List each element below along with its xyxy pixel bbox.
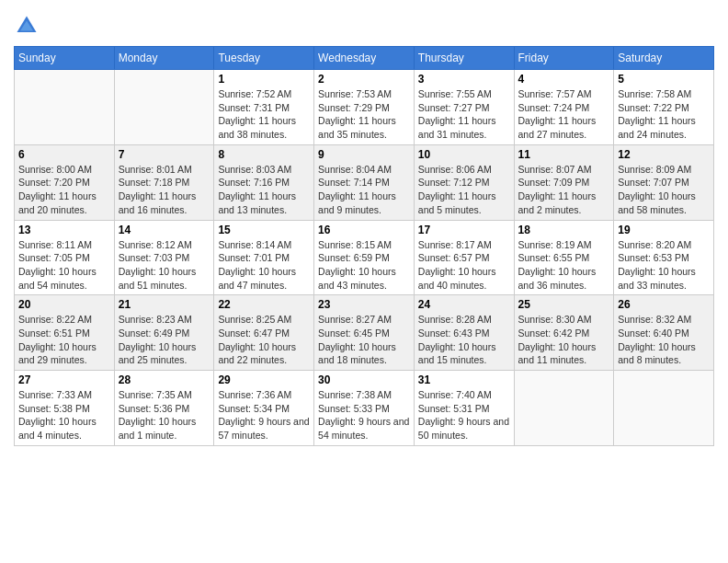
day-number: 17 — [418, 224, 510, 236]
calendar-cell — [15, 70, 115, 145]
day-number: 12 — [618, 148, 710, 161]
weekday-header-monday: Monday — [114, 47, 214, 70]
day-number: 14 — [119, 224, 210, 236]
day-info: Sunrise: 7:35 AMSunset: 5:36 PMDaylight:… — [119, 388, 210, 442]
logo — [14, 13, 43, 39]
day-number: 16 — [318, 224, 410, 236]
day-number: 21 — [119, 298, 210, 311]
day-number: 20 — [18, 298, 110, 311]
week-row-4: 20Sunrise: 8:22 AMSunset: 6:51 PMDayligh… — [15, 295, 714, 371]
calendar-cell: 14Sunrise: 8:12 AMSunset: 7:03 PMDayligh… — [114, 220, 214, 295]
day-number: 30 — [318, 373, 410, 386]
calendar-cell: 5Sunrise: 7:58 AMSunset: 7:22 PMDaylight… — [614, 70, 714, 145]
day-info: Sunrise: 8:01 AMSunset: 7:18 PMDaylight:… — [119, 163, 210, 217]
weekday-header-row: SundayMondayTuesdayWednesdayThursdayFrid… — [15, 47, 714, 70]
day-info: Sunrise: 8:30 AMSunset: 6:42 PMDaylight:… — [518, 313, 610, 367]
weekday-header-friday: Friday — [514, 47, 614, 70]
day-number: 1 — [218, 73, 310, 86]
calendar-cell: 20Sunrise: 8:22 AMSunset: 6:51 PMDayligh… — [15, 295, 115, 371]
weekday-header-thursday: Thursday — [414, 47, 514, 70]
calendar-cell: 26Sunrise: 8:32 AMSunset: 6:40 PMDayligh… — [614, 295, 714, 371]
day-info: Sunrise: 7:40 AMSunset: 5:31 PMDaylight:… — [418, 388, 510, 442]
day-number: 24 — [418, 298, 510, 311]
day-number: 28 — [119, 373, 210, 386]
calendar-cell: 6Sunrise: 8:00 AMSunset: 7:20 PMDaylight… — [15, 144, 115, 220]
day-number: 11 — [518, 148, 610, 161]
calendar-cell: 23Sunrise: 8:27 AMSunset: 6:45 PMDayligh… — [314, 295, 415, 371]
day-info: Sunrise: 8:07 AMSunset: 7:09 PMDaylight:… — [518, 163, 610, 217]
day-info: Sunrise: 8:12 AMSunset: 7:03 PMDaylight:… — [119, 238, 210, 293]
day-info: Sunrise: 8:28 AMSunset: 6:43 PMDaylight:… — [418, 313, 510, 367]
day-info: Sunrise: 7:58 AMSunset: 7:22 PMDaylight:… — [618, 87, 710, 142]
day-info: Sunrise: 8:06 AMSunset: 7:12 PMDaylight:… — [418, 163, 510, 217]
day-info: Sunrise: 8:11 AMSunset: 7:05 PMDaylight:… — [18, 238, 110, 293]
calendar-cell: 21Sunrise: 8:23 AMSunset: 6:49 PMDayligh… — [114, 295, 214, 371]
day-info: Sunrise: 8:14 AMSunset: 7:01 PMDaylight:… — [218, 238, 310, 293]
day-number: 18 — [518, 224, 610, 236]
calendar-cell — [514, 371, 614, 446]
calendar-cell: 25Sunrise: 8:30 AMSunset: 6:42 PMDayligh… — [514, 295, 614, 371]
day-number: 3 — [418, 73, 510, 86]
day-number: 19 — [618, 224, 710, 236]
day-number: 27 — [18, 373, 110, 386]
calendar-cell: 8Sunrise: 8:03 AMSunset: 7:16 PMDaylight… — [214, 144, 314, 220]
calendar-cell: 9Sunrise: 8:04 AMSunset: 7:14 PMDaylight… — [314, 144, 415, 220]
day-info: Sunrise: 7:52 AMSunset: 7:31 PMDaylight:… — [218, 87, 310, 142]
day-info: Sunrise: 8:22 AMSunset: 6:51 PMDaylight:… — [18, 313, 110, 367]
weekday-header-sunday: Sunday — [15, 47, 115, 70]
day-number: 25 — [518, 298, 610, 311]
calendar-cell: 30Sunrise: 7:38 AMSunset: 5:33 PMDayligh… — [314, 371, 415, 446]
day-number: 7 — [119, 148, 210, 161]
calendar-cell: 4Sunrise: 7:57 AMSunset: 7:24 PMDaylight… — [514, 70, 614, 145]
day-info: Sunrise: 8:03 AMSunset: 7:16 PMDaylight:… — [218, 163, 310, 217]
calendar-cell: 29Sunrise: 7:36 AMSunset: 5:34 PMDayligh… — [214, 371, 314, 446]
weekday-header-tuesday: Tuesday — [214, 47, 314, 70]
day-number: 6 — [18, 148, 110, 161]
day-number: 2 — [318, 73, 410, 86]
calendar-cell: 12Sunrise: 8:09 AMSunset: 7:07 PMDayligh… — [614, 144, 714, 220]
calendar-cell: 19Sunrise: 8:20 AMSunset: 6:53 PMDayligh… — [614, 220, 714, 295]
day-info: Sunrise: 7:33 AMSunset: 5:38 PMDaylight:… — [18, 388, 110, 442]
day-info: Sunrise: 8:09 AMSunset: 7:07 PMDaylight:… — [618, 163, 710, 217]
day-info: Sunrise: 8:32 AMSunset: 6:40 PMDaylight:… — [618, 313, 710, 367]
day-info: Sunrise: 8:04 AMSunset: 7:14 PMDaylight:… — [318, 163, 410, 217]
day-info: Sunrise: 8:00 AMSunset: 7:20 PMDaylight:… — [18, 163, 110, 217]
day-number: 23 — [318, 298, 410, 311]
day-number: 9 — [318, 148, 410, 161]
calendar-cell: 22Sunrise: 8:25 AMSunset: 6:47 PMDayligh… — [214, 295, 314, 371]
day-number: 5 — [618, 73, 710, 86]
calendar-cell — [114, 70, 214, 145]
day-info: Sunrise: 8:23 AMSunset: 6:49 PMDaylight:… — [119, 313, 210, 367]
week-row-1: 1Sunrise: 7:52 AMSunset: 7:31 PMDaylight… — [15, 70, 714, 145]
calendar-cell: 10Sunrise: 8:06 AMSunset: 7:12 PMDayligh… — [414, 144, 514, 220]
day-info: Sunrise: 8:27 AMSunset: 6:45 PMDaylight:… — [318, 313, 410, 367]
day-info: Sunrise: 7:38 AMSunset: 5:33 PMDaylight:… — [318, 388, 410, 442]
day-number: 4 — [518, 73, 610, 86]
day-number: 29 — [218, 373, 310, 386]
calendar-cell: 11Sunrise: 8:07 AMSunset: 7:09 PMDayligh… — [514, 144, 614, 220]
day-number: 13 — [18, 224, 110, 236]
calendar-cell — [614, 371, 714, 446]
day-number: 31 — [418, 373, 510, 386]
calendar-cell: 1Sunrise: 7:52 AMSunset: 7:31 PMDaylight… — [214, 70, 314, 145]
day-number: 8 — [218, 148, 310, 161]
week-row-5: 27Sunrise: 7:33 AMSunset: 5:38 PMDayligh… — [15, 371, 714, 446]
day-info: Sunrise: 8:15 AMSunset: 6:59 PMDaylight:… — [318, 238, 410, 293]
calendar: SundayMondayTuesdayWednesdayThursdayFrid… — [14, 46, 714, 446]
calendar-cell: 28Sunrise: 7:35 AMSunset: 5:36 PMDayligh… — [114, 371, 214, 446]
calendar-cell: 27Sunrise: 7:33 AMSunset: 5:38 PMDayligh… — [15, 371, 115, 446]
day-info: Sunrise: 8:17 AMSunset: 6:57 PMDaylight:… — [418, 238, 510, 293]
calendar-cell: 7Sunrise: 8:01 AMSunset: 7:18 PMDaylight… — [114, 144, 214, 220]
calendar-cell: 3Sunrise: 7:55 AMSunset: 7:27 PMDaylight… — [414, 70, 514, 145]
day-info: Sunrise: 8:20 AMSunset: 6:53 PMDaylight:… — [618, 238, 710, 293]
logo-icon — [14, 13, 40, 39]
calendar-cell: 31Sunrise: 7:40 AMSunset: 5:31 PMDayligh… — [414, 371, 514, 446]
calendar-cell: 15Sunrise: 8:14 AMSunset: 7:01 PMDayligh… — [214, 220, 314, 295]
day-info: Sunrise: 7:53 AMSunset: 7:29 PMDaylight:… — [318, 87, 410, 142]
day-number: 22 — [218, 298, 310, 311]
week-row-2: 6Sunrise: 8:00 AMSunset: 7:20 PMDaylight… — [15, 144, 714, 220]
calendar-cell: 18Sunrise: 8:19 AMSunset: 6:55 PMDayligh… — [514, 220, 614, 295]
calendar-cell: 16Sunrise: 8:15 AMSunset: 6:59 PMDayligh… — [314, 220, 415, 295]
day-number: 10 — [418, 148, 510, 161]
day-info: Sunrise: 8:25 AMSunset: 6:47 PMDaylight:… — [218, 313, 310, 367]
